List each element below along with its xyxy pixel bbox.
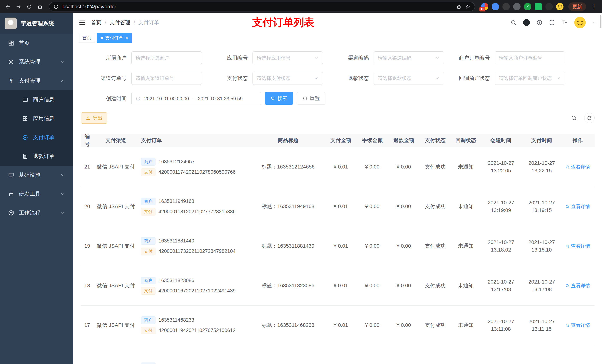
site-info-icon[interactable] <box>54 4 58 9</box>
cell-pay-time: 2021-10-27 13:18:10 <box>521 239 562 254</box>
url-text: localhost:1024/pay/order <box>62 4 116 10</box>
tab-home[interactable]: 首页 <box>79 33 95 43</box>
merchant-input[interactable] <box>131 52 202 64</box>
search-icon <box>565 205 570 209</box>
filter-row-1: 所属商户 应用编号 渠道编码 <box>81 52 595 64</box>
cell-id: 17 <box>81 322 94 329</box>
close-icon[interactable]: × <box>125 35 128 40</box>
cell-notify-status: 未通知 <box>451 242 481 250</box>
cell-fee: ¥ 0.00 <box>356 282 388 290</box>
tab-pay-order[interactable]: 支付订单 × <box>97 33 132 43</box>
sidebar-item-home[interactable]: 首页 <box>0 34 73 52</box>
merchant-order-no: 1635311823086 <box>159 277 194 284</box>
cell-notify-status: 未通知 <box>451 163 481 171</box>
breadcrumb-pay-mgmt[interactable]: 支付管理 <box>110 19 130 26</box>
tag-tabs-bar: 首页 支付订单 × <box>73 32 602 44</box>
table-toolbar: 导出 <box>81 113 595 124</box>
scrollbar-thumb[interactable] <box>600 15 602 28</box>
ext-smiley-icon[interactable] <box>556 3 563 10</box>
sidebar-item-pay[interactable]: ¥ 支付管理 <box>0 71 73 90</box>
ext-puzzle-icon[interactable]: 10 <box>481 3 488 10</box>
cell-id: 20 <box>81 203 94 210</box>
cell-pay-time: 2021-10-27 13:22:15 <box>521 159 562 174</box>
sidebar-logo[interactable]: 芋道管理系统 <box>0 13 73 34</box>
bookmark-star-icon[interactable] <box>465 4 470 9</box>
caret-down-icon[interactable] <box>592 21 596 25</box>
cell-action: 查看详情 <box>562 322 593 329</box>
ext-drop-icon[interactable] <box>492 3 499 10</box>
cell-channel: 微信 JSAPI 支付 <box>94 242 138 250</box>
sidebar-item-system[interactable]: 系统管理 <box>0 52 73 71</box>
font-size-icon[interactable] <box>562 20 568 26</box>
filter-channel-code: 渠道编码 <box>323 52 444 64</box>
refund-status-select[interactable] <box>374 72 444 85</box>
navbar-actions <box>511 17 596 28</box>
view-detail-link[interactable]: 查看详情 <box>565 164 590 171</box>
cell-amount: ¥ 0.01 <box>325 242 356 250</box>
cell-title: 标题：1635311881439 <box>251 242 325 250</box>
merchant-order-no: 1635312124657 <box>159 158 194 165</box>
channel-code-select[interactable] <box>374 52 444 64</box>
toggle-search-icon[interactable] <box>571 115 577 121</box>
browser-update-button[interactable]: 更新 <box>568 2 586 11</box>
view-detail-link[interactable]: 查看详情 <box>565 203 590 210</box>
refresh-table-button[interactable] <box>584 113 595 123</box>
cell-amount: ¥ 0.01 <box>325 163 356 171</box>
pay-status-select[interactable] <box>252 72 323 85</box>
target-icon <box>22 135 28 140</box>
browser-home-button[interactable] <box>35 2 44 11</box>
table-row: 17 微信 JSAPI 支付 商户1635311468233 支付4200001… <box>81 306 595 345</box>
user-avatar[interactable] <box>574 17 586 28</box>
ext-knot-icon[interactable] <box>545 3 553 10</box>
browser-back-button[interactable] <box>3 2 12 11</box>
chevron-down-icon <box>314 55 319 60</box>
address-bar[interactable]: localhost:1024/pay/order <box>49 2 475 11</box>
fullscreen-icon[interactable] <box>549 20 555 26</box>
pay-tag: 支付 <box>141 248 155 255</box>
share-icon[interactable] <box>456 4 461 9</box>
github-icon[interactable] <box>523 19 530 26</box>
view-detail-link[interactable]: 查看详情 <box>565 282 590 289</box>
hamburger-icon[interactable] <box>79 19 86 26</box>
date-range-picker[interactable]: 2021-10-01 00:00:00 - 2021-10-31 23:59:5… <box>131 92 261 105</box>
search-icon[interactable] <box>511 20 516 26</box>
browser-forward-button[interactable] <box>14 2 23 11</box>
chevron-down-icon <box>60 192 65 197</box>
cell-pay-time: 2021-10-27 13:11:15 <box>521 318 562 333</box>
browser-reload-button[interactable] <box>25 2 34 11</box>
channel-order-no-input[interactable] <box>131 72 202 85</box>
breadcrumb-home[interactable]: 首页 <box>91 19 101 26</box>
cell-title: 标题：1635311468233 <box>251 322 325 329</box>
ext-green-check-icon[interactable]: ✓ <box>524 3 531 10</box>
cell-channel: 微信 JSAPI 支付 <box>94 282 138 290</box>
search-button[interactable]: 搜索 <box>265 92 293 105</box>
sidebar-item-app-info[interactable]: 应用信息 <box>0 109 73 128</box>
ext-green-chat-icon[interactable] <box>535 3 542 10</box>
sidebar-item-workflow[interactable]: 工作流程 <box>0 203 73 222</box>
sidebar-item-infra[interactable]: 基础设施 <box>0 166 73 185</box>
ext-gray-icon[interactable] <box>513 3 521 10</box>
cell-title: 标题：1635311949168 <box>251 203 325 210</box>
ext-badge: 10 <box>479 7 485 11</box>
help-icon[interactable] <box>537 20 542 26</box>
apps-icon <box>22 116 28 122</box>
main-area: 首页 / 支付管理 / 支付订单 支付订单列表 首页 <box>73 13 602 364</box>
merchant-order-no-input[interactable] <box>495 52 565 64</box>
sidebar-item-merchant-info[interactable]: 商户信息 <box>0 90 73 109</box>
notify-status-select[interactable] <box>495 72 565 85</box>
cell-notify-status: 未通知 <box>451 282 481 290</box>
ext-dark-icon[interactable] <box>502 3 510 10</box>
view-detail-link[interactable]: 查看详情 <box>565 243 590 250</box>
dashboard-icon <box>8 40 14 46</box>
browser-menu-icon[interactable]: ⋮ <box>589 3 599 10</box>
sidebar-item-dev-tools[interactable]: 研发工具 <box>0 185 73 203</box>
app-id-select[interactable] <box>252 52 323 64</box>
reset-button[interactable]: 重置 <box>297 92 325 105</box>
sidebar-item-refund-order[interactable]: 退款订单 <box>0 147 73 166</box>
export-button[interactable]: 导出 <box>81 113 107 124</box>
cell-channel: 微信 JSAPI 支付 <box>94 163 138 171</box>
merchant-tag: 商户 <box>141 316 155 324</box>
sidebar-item-pay-order[interactable]: 支付订单 <box>0 128 73 147</box>
browser-toolbar: localhost:1024/pay/order 10 ✓ 更新 ⋮ <box>0 0 602 13</box>
view-detail-link[interactable]: 查看详情 <box>565 322 590 329</box>
